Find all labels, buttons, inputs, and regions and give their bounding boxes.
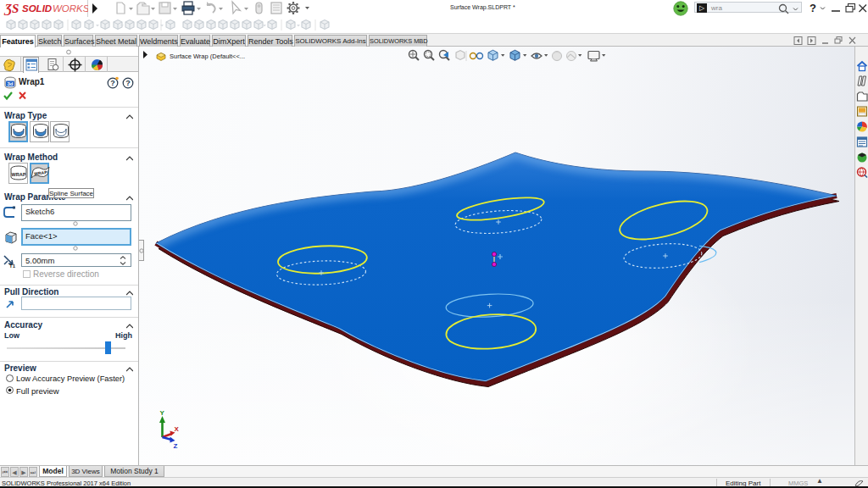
svg-text:S: S bbox=[12, 2, 19, 15]
svg-text:?: ? bbox=[110, 79, 115, 87]
svg-text:T1: T1 bbox=[9, 263, 16, 269]
svg-text:Ʒ: Ʒ bbox=[3, 2, 12, 15]
svg-text:3d: 3d bbox=[7, 81, 13, 86]
svg-text:X: X bbox=[175, 425, 180, 433]
svg-text:?: ? bbox=[125, 79, 131, 87]
svg-text:Y: Y bbox=[160, 409, 165, 417]
svg-text:Surface Wrap (Default<<...: Surface Wrap (Default<<... bbox=[170, 53, 245, 60]
svg-text:Z: Z bbox=[174, 442, 178, 450]
svg-text:SOLID: SOLID bbox=[22, 3, 52, 14]
svg-text:WORKS: WORKS bbox=[53, 3, 88, 14]
svg-text:WRAP: WRAP bbox=[12, 172, 26, 177]
